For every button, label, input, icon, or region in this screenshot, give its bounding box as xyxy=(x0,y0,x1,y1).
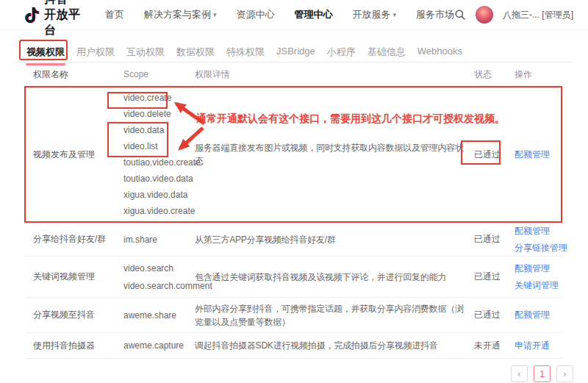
page-number-1[interactable]: 1 xyxy=(534,365,551,382)
user-nickname: 八拖三-... xyxy=(503,10,539,20)
tab-video-permissions[interactable]: 视频权限 xyxy=(26,40,65,65)
permission-detail: 服务器端直接发布图片或视频，同时支持获取内容数据以及管理内容状态 xyxy=(195,141,467,168)
tab-interaction-permissions[interactable]: 互动权限 xyxy=(126,40,165,65)
action-quota-management[interactable]: 配额管理 xyxy=(514,225,562,237)
next-page-button[interactable]: › xyxy=(556,365,573,382)
nav-item-management[interactable]: 管理中心 xyxy=(294,8,332,21)
scope-item: video.search.comment xyxy=(123,277,195,295)
avatar[interactable] xyxy=(476,6,493,24)
douyin-logo[interactable]: 抖音·开放平台 xyxy=(24,0,84,38)
nav-item-open-services-label: 开放服务 xyxy=(352,9,390,20)
permission-name: 视频发布及管理 xyxy=(26,148,123,161)
status-badge: 已通过 xyxy=(467,233,514,246)
nav-item-solutions-label: 解决方案与案例 xyxy=(144,9,211,20)
col-permission-detail: 权限详情 xyxy=(195,68,467,81)
pagination: ‹ 1 › xyxy=(15,365,573,382)
douyin-note-icon xyxy=(24,7,40,24)
prev-page-button[interactable]: ‹ xyxy=(511,365,528,382)
tab-jsbridge[interactable]: JSBridge xyxy=(276,40,316,62)
status-badge: 已通过 xyxy=(467,309,514,321)
scope-item: im.share xyxy=(123,232,195,248)
table-row: 分享给抖音好友/群 im.share 从第三方APP分享视频给抖音好友/群 已通… xyxy=(26,223,562,257)
action-quota-management[interactable]: 配额管理 xyxy=(514,309,562,321)
nav-item-resources[interactable]: 资源中心 xyxy=(236,8,274,21)
table-row: 关键词视频管理 video.search video.search.commen… xyxy=(26,257,562,298)
col-action: 操作 xyxy=(514,68,562,81)
chevron-down-icon: ▾ xyxy=(213,11,217,18)
action-share-link-management[interactable]: 分享链接管理 xyxy=(514,242,562,254)
permission-detail: 从第三方APP分享视频给抖音好友/群 xyxy=(195,233,467,246)
table-row: 使用抖音拍摄器 aweme.capture 调起抖音拍摄器SDK进行视频拍摄，完… xyxy=(26,333,562,359)
tab-webhooks[interactable]: Webhooks xyxy=(417,40,463,62)
col-permission-name: 权限名称 xyxy=(26,68,123,81)
status-badge: 已通过 xyxy=(467,148,514,161)
col-status: 状态 xyxy=(467,68,514,81)
status-badge: 已通过 xyxy=(467,271,514,283)
scope-item: aweme.capture xyxy=(123,337,195,354)
tab-basic-info[interactable]: 基础信息 xyxy=(367,40,406,65)
action-quota-management[interactable]: 配额管理 xyxy=(514,148,562,161)
scope-item: aweme.share xyxy=(123,307,195,323)
permission-name: 关键词视频管理 xyxy=(26,271,123,283)
topbar-right: 八拖三-... [管理员] xyxy=(454,6,573,24)
permission-detail: 外部内容分享到抖音，可携带指定话题，并获取分享内容消费数据（浏览量以及点赞量等数… xyxy=(195,302,467,329)
scope-item: video.data xyxy=(123,122,195,138)
page: 抖音·开放平台 首页 解决方案与案例▾ 资源中心 管理中心 开放服务▾ 服务市场… xyxy=(0,0,588,383)
scope-item: xigua.video.data xyxy=(123,187,195,203)
user-name[interactable]: 八拖三-... [管理员] xyxy=(503,9,573,21)
scope-item: video.delete xyxy=(123,106,195,122)
top-nav-bar: 抖音·开放平台 首页 解决方案与案例▾ 资源中心 管理中心 开放服务▾ 服务市场… xyxy=(0,0,588,30)
scope-item: video.create xyxy=(123,90,195,106)
logo-text: 抖音·开放平台 xyxy=(44,0,84,38)
tab-user-permissions[interactable]: 用户权限 xyxy=(76,40,115,65)
permission-detail: 调起抖音拍摄器SDK进行视频拍摄，完成拍摄后分享视频进抖音 xyxy=(195,339,467,352)
action-keyword-management[interactable]: 关键词管理 xyxy=(514,279,562,292)
table-row: 视频发布及管理 video.create video.delete video.… xyxy=(26,87,562,223)
scope-item: xigua.video.create xyxy=(123,203,195,219)
table-header: 权限名称 Scope 权限详情 状态 操作 xyxy=(26,62,562,87)
action-quota-management[interactable]: 配额管理 xyxy=(514,262,562,275)
nav-item-solutions[interactable]: 解决方案与案例▾ xyxy=(144,8,217,21)
table-row: 分享视频至抖音 aweme.share 外部内容分享到抖音，可携带指定话题，并获… xyxy=(26,298,562,333)
permission-name: 使用抖音拍摄器 xyxy=(26,340,123,352)
permissions-table: 权限名称 Scope 权限详情 状态 操作 视频发布及管理 video.crea… xyxy=(26,62,562,359)
nav-item-market[interactable]: 服务市场 xyxy=(416,8,454,21)
status-badge: 未开通 xyxy=(467,340,514,352)
action-apply-activation[interactable]: 申请开通 xyxy=(514,340,562,352)
scope-item: toutiao.video.data xyxy=(123,171,195,187)
permission-name: 分享给抖音好友/群 xyxy=(26,233,123,246)
nav-item-home[interactable]: 首页 xyxy=(105,8,124,21)
tab-mini-program[interactable]: 小程序 xyxy=(326,40,356,65)
tab-special-permissions[interactable]: 特殊权限 xyxy=(226,40,265,65)
permission-name: 分享视频至抖音 xyxy=(26,309,123,321)
scope-list: video.create video.delete video.data vid… xyxy=(123,90,195,219)
main-nav: 首页 解决方案与案例▾ 资源中心 管理中心 开放服务▾ 服务市场 xyxy=(105,8,454,21)
col-scope: Scope xyxy=(123,69,195,79)
user-role-badge: [管理员] xyxy=(542,10,573,20)
scope-item: video.list xyxy=(123,138,195,154)
chevron-down-icon: ▾ xyxy=(392,11,396,18)
search-icon[interactable] xyxy=(454,9,466,21)
permission-tabs: 视频权限 用户权限 互动权限 数据权限 特殊权限 JSBridge 小程序 基础… xyxy=(15,40,573,62)
scope-item: toutiao.video.create xyxy=(123,154,195,171)
scope-item: video.search xyxy=(123,259,195,277)
tab-data-permissions[interactable]: 数据权限 xyxy=(176,40,215,65)
nav-item-open-services[interactable]: 开放服务▾ xyxy=(352,8,396,21)
permission-detail: 包含通过关键词获取抖音视频及该视频下评论，并进行回复的能力 xyxy=(195,271,467,284)
